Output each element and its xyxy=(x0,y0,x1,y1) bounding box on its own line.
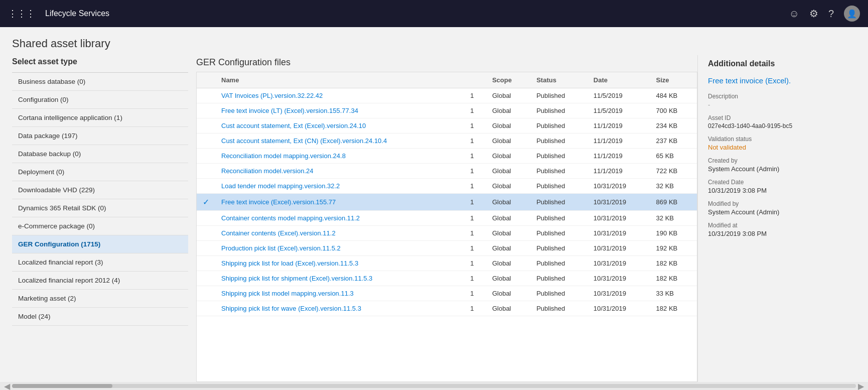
row-checkbox[interactable] xyxy=(197,226,215,241)
row-size: 32 KB xyxy=(650,211,697,226)
row-scope: Global xyxy=(486,241,530,256)
row-date: 11/1/2019 xyxy=(588,134,650,149)
sidebar-item-10[interactable]: Localized financial report (3) xyxy=(12,253,188,272)
row-name[interactable]: Load tender model mapping.version.32.2 xyxy=(215,179,464,194)
column-header xyxy=(464,72,486,88)
table-row[interactable]: Production pick list (Excel).version.11.… xyxy=(197,241,697,256)
modified-at-value: 10/31/2019 3:08 PM xyxy=(708,230,858,237)
row-checkbox[interactable] xyxy=(197,88,215,103)
table-row[interactable]: Reconciliation model mapping.version.24.… xyxy=(197,149,697,164)
row-checkbox[interactable] xyxy=(197,211,215,226)
table-row[interactable]: Free text invoice (LT) (Excel).version.1… xyxy=(197,103,697,118)
validation-status-label: Validation status xyxy=(708,136,858,143)
row-checkbox[interactable] xyxy=(197,301,215,316)
sidebar-item-2[interactable]: Cortana intelligence application (1) xyxy=(12,109,188,127)
row-name[interactable]: Reconciliation model.version.24 xyxy=(215,164,464,179)
feedback-icon[interactable]: ☺ xyxy=(789,8,799,20)
row-name[interactable]: Shipping pick list for load (Excel).vers… xyxy=(215,256,464,271)
row-status: Published xyxy=(530,103,588,118)
sidebar-item-0[interactable]: Business database (0) xyxy=(12,73,188,91)
row-size: 182 KB xyxy=(650,271,697,286)
sidebar-item-3[interactable]: Data package (197) xyxy=(12,127,188,145)
row-date: 10/31/2019 xyxy=(588,179,650,194)
help-icon[interactable]: ? xyxy=(828,8,834,20)
row-name[interactable]: Shipping pick list model mapping.version… xyxy=(215,286,464,301)
description-value: - xyxy=(708,101,858,108)
table-wrapper[interactable]: NameScopeStatusDateSizeVAT Invoices (PL)… xyxy=(196,72,697,382)
user-avatar[interactable]: 👤 xyxy=(844,6,860,22)
table-row[interactable]: Shipping pick list model mapping.version… xyxy=(197,286,697,301)
modified-at-label: Modified at xyxy=(708,222,858,229)
sidebar-item-11[interactable]: Localized financial report 2012 (4) xyxy=(12,272,188,290)
row-checkbox[interactable] xyxy=(197,179,215,194)
sidebar-item-13[interactable]: Model (24) xyxy=(12,308,188,326)
row-name[interactable]: Container contents model mapping.version… xyxy=(215,211,464,226)
sidebar-item-6[interactable]: Downloadable VHD (229) xyxy=(12,181,188,199)
row-name[interactable]: Shipping pick list for wave (Excel).vers… xyxy=(215,301,464,316)
scrollbar-thumb[interactable] xyxy=(12,384,112,388)
sidebar-item-7[interactable]: Dynamics 365 Retail SDK (0) xyxy=(12,199,188,217)
row-checkbox[interactable] xyxy=(197,241,215,256)
sidebar-item-8[interactable]: e-Commerce package (0) xyxy=(12,217,188,235)
row-size: 190 KB xyxy=(650,226,697,241)
validation-status-value: Not validated xyxy=(708,144,858,151)
row-checkbox[interactable] xyxy=(197,103,215,118)
table-row[interactable]: Cust account statement, Ext (Excel).vers… xyxy=(197,118,697,134)
grid-icon[interactable]: ⋮⋮⋮ xyxy=(8,8,35,19)
table-row[interactable]: Shipping pick list for shipment (Excel).… xyxy=(197,271,697,286)
table-row[interactable]: Reconciliation model.version.241GlobalPu… xyxy=(197,164,697,179)
row-checkbox[interactable] xyxy=(197,134,215,149)
row-checkbox[interactable] xyxy=(197,149,215,164)
row-num: 1 xyxy=(464,226,486,241)
sidebar-item-5[interactable]: Deployment (0) xyxy=(12,163,188,181)
row-num: 1 xyxy=(464,134,486,149)
row-date: 11/5/2019 xyxy=(588,103,650,118)
row-checkbox[interactable] xyxy=(197,271,215,286)
row-name[interactable]: VAT Invoices (PL).version.32.22.42 xyxy=(215,88,464,103)
scroll-right-icon[interactable]: ▶ xyxy=(856,381,866,391)
row-scope: Global xyxy=(486,211,530,226)
table-row[interactable]: ✓Free text invoice (Excel).version.155.7… xyxy=(197,194,697,211)
table-row[interactable]: Shipping pick list for load (Excel).vers… xyxy=(197,256,697,271)
sidebar-item-12[interactable]: Marketing asset (2) xyxy=(12,290,188,308)
row-size: 182 KB xyxy=(650,256,697,271)
table-row[interactable]: VAT Invoices (PL).version.32.22.421Globa… xyxy=(197,88,697,103)
column-header: Date xyxy=(588,72,650,88)
row-name[interactable]: Cust account statement, Ext (Excel).vers… xyxy=(215,118,464,134)
row-checkbox[interactable] xyxy=(197,164,215,179)
column-header: Status xyxy=(530,72,588,88)
main-wrapper: Shared asset library Select asset type B… xyxy=(0,27,868,390)
row-status: Published xyxy=(530,271,588,286)
row-name[interactable]: Cust account statement, Ext (CN) (Excel)… xyxy=(215,134,464,149)
row-checkbox[interactable]: ✓ xyxy=(197,194,215,211)
created-date-value: 10/31/2019 3:08 PM xyxy=(708,187,858,194)
row-name[interactable]: Shipping pick list for shipment (Excel).… xyxy=(215,271,464,286)
settings-icon[interactable]: ⚙ xyxy=(809,8,818,20)
row-checkbox[interactable] xyxy=(197,256,215,271)
table-row[interactable]: Load tender model mapping.version.32.21G… xyxy=(197,179,697,194)
sidebar: Select asset type Business database (0)C… xyxy=(0,55,188,382)
row-size: 65 KB xyxy=(650,149,697,164)
table-row[interactable]: Container contents model mapping.version… xyxy=(197,211,697,226)
row-name[interactable]: Free text invoice (Excel).version.155.77 xyxy=(215,194,464,211)
row-name[interactable]: Free text invoice (LT) (Excel).version.1… xyxy=(215,103,464,118)
table-row[interactable]: Shipping pick list for wave (Excel).vers… xyxy=(197,301,697,316)
sidebar-item-1[interactable]: Configuration (0) xyxy=(12,91,188,109)
table-row[interactable]: Container contents (Excel).version.11.21… xyxy=(197,226,697,241)
row-size: 869 KB xyxy=(650,194,697,211)
row-status: Published xyxy=(530,134,588,149)
row-name[interactable]: Container contents (Excel).version.11.2 xyxy=(215,226,464,241)
detail-selected-title: Free text invoice (Excel). xyxy=(708,76,858,85)
sidebar-item-4[interactable]: Database backup (0) xyxy=(12,145,188,163)
row-checkbox[interactable] xyxy=(197,286,215,301)
scrollbar-track[interactable] xyxy=(12,384,856,388)
row-name[interactable]: Production pick list (Excel).version.11.… xyxy=(215,241,464,256)
sidebar-heading: Select asset type xyxy=(12,55,188,66)
bottom-scrollbar[interactable]: ◀ ▶ xyxy=(0,382,868,390)
row-name[interactable]: Reconciliation model mapping.version.24.… xyxy=(215,149,464,164)
table-row[interactable]: Cust account statement, Ext (CN) (Excel)… xyxy=(197,134,697,149)
row-checkbox[interactable] xyxy=(197,118,215,134)
row-size: 32 KB xyxy=(650,179,697,194)
scroll-left-icon[interactable]: ◀ xyxy=(2,381,12,391)
sidebar-item-9[interactable]: GER Configuration (1715) xyxy=(12,235,188,253)
